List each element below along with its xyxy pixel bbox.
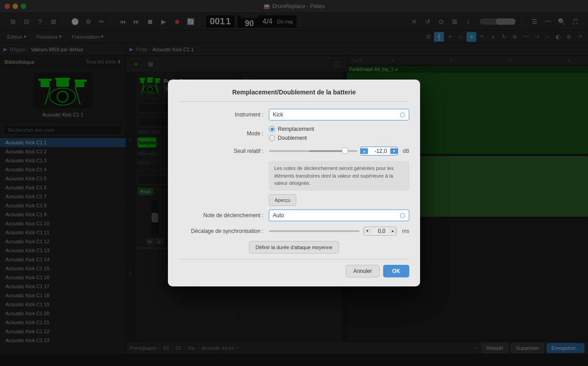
modal-instrument-label: Instrument : <box>179 112 269 118</box>
modal-note-label: Note de déclenchement : <box>179 212 269 219</box>
seuil-arrows-right[interactable]: ▼ <box>390 148 398 154</box>
modal-sync-control: ▼ 0,0 ▲ ms <box>269 227 409 236</box>
modal-sync-row: Décalage de synchronisation : ▼ 0,0 ▲ ms <box>179 227 409 236</box>
seuil-fill <box>309 150 344 152</box>
mode-doublement-radio[interactable]: Doublement <box>269 135 409 141</box>
sync-slider[interactable] <box>269 230 360 232</box>
modal-seuil-control: ▲ -12,0 ▼ dB <box>269 147 409 156</box>
modal-mode-control: Remplacement Doublement <box>269 126 409 141</box>
modal-sync-label: Décalage de synchronisation : <box>179 228 269 234</box>
modal-footer: Annuler OK <box>179 259 409 277</box>
sync-value-box: ▼ 0,0 ▲ <box>363 227 397 236</box>
modal-seuil-label: Seuil relatif : <box>179 148 269 154</box>
modal-instrument-control: Kick ⬡ <box>269 109 409 121</box>
modal-instrument-row: Instrument : Kick ⬡ <box>179 109 409 121</box>
sync-down-arrow[interactable]: ▼ <box>364 228 371 233</box>
doublement-radio-circle <box>269 135 275 141</box>
modal-info-area: Les notes de déclenchement seront généré… <box>269 161 409 206</box>
doublement-label: Doublement <box>278 135 307 141</box>
sync-unit: ms <box>402 228 409 234</box>
remplacement-label: Remplacement <box>278 126 314 132</box>
seuil-unit: dB <box>403 148 409 154</box>
instrument-select[interactable]: Kick ⬡ <box>269 109 409 121</box>
seuil-slider[interactable] <box>269 150 357 152</box>
seuil-down-arrow[interactable]: ▲ <box>361 148 368 154</box>
definir-button[interactable]: Définir la durée d'attaque moyenne <box>249 241 339 254</box>
mode-remplacement-radio[interactable]: Remplacement <box>269 126 409 132</box>
seuil-down-arrow2[interactable]: ▼ <box>390 148 398 154</box>
remplacement-radio-dot <box>271 128 274 131</box>
modal-title: Remplacement/Doublement de la batterie <box>179 89 409 102</box>
apercu-button[interactable]: Aperçu <box>269 194 296 206</box>
modal-seuil-row: Seuil relatif : ▲ -12,0 ▼ <box>179 147 409 156</box>
seuil-up-arrow[interactable]: ▲ <box>361 148 368 154</box>
note-value: Auto <box>273 212 400 219</box>
instrument-select-icon: ⬡ <box>400 111 405 118</box>
seuil-value-box: ▲ -12,0 ▼ <box>360 147 398 156</box>
note-select-icon: ⬡ <box>400 212 405 219</box>
mode-radio-group: Remplacement Doublement <box>269 126 409 141</box>
modal-mode-label: Mode : <box>179 130 269 137</box>
sync-slider-group: ▼ 0,0 ▲ ms <box>269 227 409 236</box>
modal-note-control: Auto ⬡ <box>269 210 409 221</box>
sync-value: 0,0 <box>371 227 389 235</box>
cancel-button[interactable]: Annuler <box>346 265 380 277</box>
modal-mode-row: Mode : Remplacement Doublement <box>179 126 409 141</box>
instrument-value: Kick <box>273 112 400 118</box>
sync-up-arrow[interactable]: ▲ <box>389 228 396 233</box>
seuil-slider-group: ▲ -12,0 ▼ dB <box>269 147 409 156</box>
seuil-value: -12,0 <box>368 147 390 155</box>
seuil-thumb[interactable] <box>342 147 348 154</box>
ok-button[interactable]: OK <box>383 265 409 277</box>
modal-overlay: Remplacement/Doublement de la batterie I… <box>0 0 588 366</box>
note-select[interactable]: Auto ⬡ <box>269 210 409 221</box>
modal-info-text: Les notes de déclenchement seront généré… <box>269 161 409 191</box>
modal-note-row: Note de déclenchement : Auto ⬡ <box>179 210 409 221</box>
modal-dialog: Remplacement/Doublement de la batterie I… <box>168 80 420 286</box>
remplacement-radio-circle <box>269 126 275 132</box>
